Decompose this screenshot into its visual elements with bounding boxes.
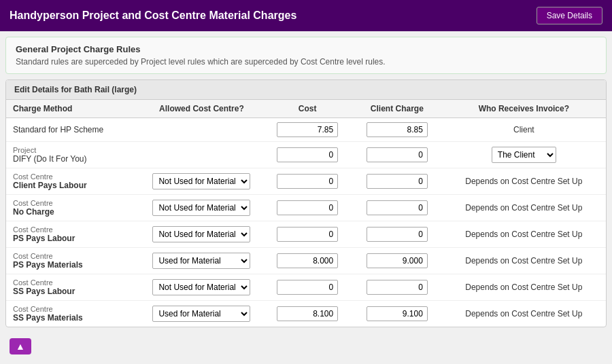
cost-cell — [262, 221, 352, 248]
charge-name: DIFY (Do It For You) — [13, 154, 133, 164]
cost-input[interactable] — [277, 253, 338, 268]
table-row: Cost CentreSS Pays LabourNot Used for Ma… — [6, 274, 606, 301]
who-receives-text: Client — [513, 125, 534, 134]
client-charge-cell — [352, 274, 442, 301]
allowed-dropdown[interactable]: Not Used for MaterialUsed for Material — [152, 253, 250, 269]
allowed-cost-centre-cell: Not Used for MaterialUsed for Material — [140, 195, 262, 221]
info-box-text: Standard rules are superceded by Project… — [16, 57, 596, 67]
edit-section-header: Edit Details for Bath Rail (large) — [6, 80, 606, 100]
charge-name: No Charge — [13, 207, 133, 217]
charge-name: PS Pays Labour — [13, 234, 133, 243]
table-row: Cost CentrePS Pays MaterialsNot Used for… — [6, 248, 606, 274]
cost-input[interactable] — [277, 200, 338, 215]
client-charge-input[interactable] — [367, 147, 428, 162]
client-charge-input[interactable] — [367, 200, 428, 215]
info-box-title: General Project Charge Rules — [16, 44, 596, 54]
cost-cell — [262, 118, 352, 142]
cost-cell — [262, 142, 352, 168]
charge-type-label: Cost Centre — [13, 225, 133, 234]
who-receives-text: Depends on Cost Centre Set Up — [465, 203, 582, 213]
allowed-cost-centre-cell: Not Used for MaterialUsed for Material — [140, 168, 262, 195]
charge-name: SS Pays Labour — [13, 287, 133, 296]
allowed-cost-centre-cell: Not Used for MaterialUsed for Material — [140, 274, 262, 301]
charge-type-label: Cost Centre — [13, 172, 133, 181]
cost-input[interactable] — [277, 280, 338, 295]
allowed-dropdown[interactable]: Not Used for MaterialUsed for Material — [152, 226, 250, 242]
cost-input[interactable] — [277, 147, 338, 162]
allowed-cost-centre-cell: Not Used for MaterialUsed for Material — [140, 248, 262, 274]
client-charge-input[interactable] — [367, 122, 428, 137]
table-row: Cost CentreNo ChargeNot Used for Materia… — [6, 195, 606, 221]
who-receives-text: Depends on Cost Centre Set Up — [465, 283, 582, 292]
allowed-dropdown[interactable]: Not Used for MaterialUsed for Material — [152, 173, 250, 189]
table-row: Cost CentreSS Pays MaterialsNot Used for… — [6, 301, 606, 327]
charge-type-label: Cost Centre — [13, 252, 133, 260]
client-charge-input[interactable] — [367, 306, 428, 321]
charge-type-label: Cost Centre — [13, 305, 133, 313]
table-row: ProjectDIFY (Do It For You)The ClientCli… — [6, 142, 606, 168]
who-receives-cell: Depends on Cost Centre Set Up — [442, 221, 606, 248]
client-charge-input[interactable] — [367, 227, 428, 242]
charge-method-cell: Cost CentreClient Pays Labour — [6, 168, 140, 195]
who-receives-cell: Depends on Cost Centre Set Up — [442, 248, 606, 274]
client-charge-cell — [352, 248, 442, 274]
cost-cell — [262, 195, 352, 221]
who-receives-dropdown[interactable]: The ClientClientCost Centre — [492, 147, 556, 163]
table-header-row: Charge Method Allowed Cost Centre? Cost … — [6, 100, 606, 118]
page-title: Handyperson Project and Cost Centre Mate… — [10, 10, 296, 22]
who-receives-text: Depends on Cost Centre Set Up — [465, 256, 582, 266]
charge-name: Standard for HP Scheme — [13, 125, 133, 134]
page-header: Handyperson Project and Cost Centre Mate… — [0, 0, 612, 31]
table-row: Cost CentreClient Pays LabourNot Used fo… — [6, 168, 606, 195]
allowed-cost-centre-cell — [140, 118, 262, 142]
who-receives-cell: Client — [442, 118, 606, 142]
who-receives-text: Depends on Cost Centre Set Up — [465, 309, 582, 318]
col-header-cost: Cost — [262, 100, 352, 118]
allowed-dropdown[interactable]: Not Used for MaterialUsed for Material — [152, 306, 250, 322]
client-charge-input[interactable] — [367, 280, 428, 295]
client-charge-cell — [352, 168, 442, 195]
who-receives-text: Depends on Cost Centre Set Up — [465, 230, 582, 239]
client-charge-input[interactable] — [367, 253, 428, 268]
client-charge-cell — [352, 301, 442, 327]
table-row: Cost CentrePS Pays LabourNot Used for Ma… — [6, 221, 606, 248]
scroll-up-button[interactable]: ▲ — [10, 338, 31, 354]
cost-input[interactable] — [277, 227, 338, 242]
charge-name: SS Pays Materials — [13, 313, 133, 323]
cost-cell — [262, 248, 352, 274]
cost-input[interactable] — [277, 122, 338, 137]
cost-input[interactable] — [277, 306, 338, 321]
who-receives-cell: The ClientClientCost Centre — [442, 142, 606, 168]
charge-method-cell: Standard for HP Scheme — [6, 118, 140, 142]
who-receives-text: Depends on Cost Centre Set Up — [465, 177, 582, 186]
client-charge-cell — [352, 195, 442, 221]
charge-method-cell: Cost CentrePS Pays Materials — [6, 248, 140, 274]
charge-type-label: Project — [13, 146, 133, 154]
charge-method-cell: Cost CentreNo Charge — [6, 195, 140, 221]
cost-cell — [262, 274, 352, 301]
charge-table: Charge Method Allowed Cost Centre? Cost … — [6, 100, 606, 327]
client-charge-input[interactable] — [367, 174, 428, 189]
cost-input[interactable] — [277, 174, 338, 189]
table-row: Standard for HP SchemeClient — [6, 118, 606, 142]
cost-cell — [262, 168, 352, 195]
main-card: Edit Details for Bath Rail (large) Charg… — [5, 79, 607, 327]
save-details-button[interactable]: Save Details — [537, 7, 602, 24]
allowed-dropdown[interactable]: Not Used for MaterialUsed for Material — [152, 200, 250, 216]
allowed-dropdown[interactable]: Not Used for MaterialUsed for Material — [152, 279, 250, 295]
charge-type-label: Cost Centre — [13, 278, 133, 287]
who-receives-cell: Depends on Cost Centre Set Up — [442, 274, 606, 301]
who-receives-cell: Depends on Cost Centre Set Up — [442, 195, 606, 221]
col-header-client-charge: Client Charge — [352, 100, 442, 118]
client-charge-cell — [352, 118, 442, 142]
allowed-cost-centre-cell — [140, 142, 262, 168]
col-header-allowed: Allowed Cost Centre? — [140, 100, 262, 118]
cost-cell — [262, 301, 352, 327]
client-charge-cell — [352, 142, 442, 168]
col-header-charge-method: Charge Method — [6, 100, 140, 118]
charge-name: Client Pays Labour — [13, 181, 133, 190]
allowed-cost-centre-cell: Not Used for MaterialUsed for Material — [140, 221, 262, 248]
charge-method-cell: ProjectDIFY (Do It For You) — [6, 142, 140, 168]
charge-method-cell: Cost CentreSS Pays Materials — [6, 301, 140, 327]
allowed-cost-centre-cell: Not Used for MaterialUsed for Material — [140, 301, 262, 327]
